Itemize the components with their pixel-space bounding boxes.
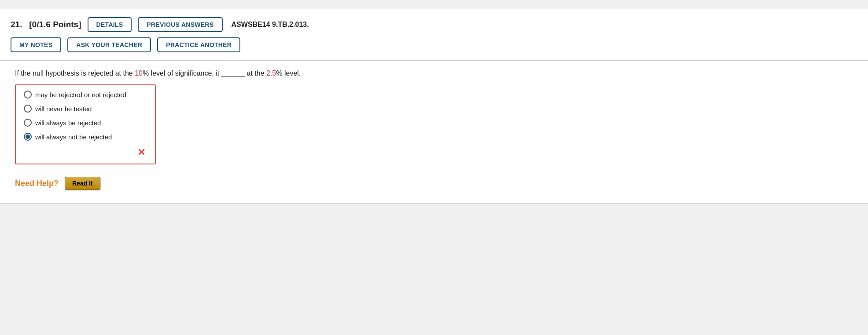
choices-box: may be rejected or not rejected will nev…	[15, 84, 156, 164]
radio-a[interactable]	[24, 91, 32, 98]
value1: 10	[135, 69, 143, 77]
question-num-label: 21.	[11, 20, 22, 29]
divider	[0, 60, 868, 61]
text-middle: % level of significance, it ______ at th…	[143, 69, 266, 77]
practice-another-button[interactable]: PRACTICE ANOTHER	[157, 37, 240, 52]
page-wrapper: 21. [0/1.6 Points] DETAILS PREVIOUS ANSW…	[0, 0, 868, 335]
choice-label-d: will always not be rejected	[35, 133, 112, 141]
question-header: 21. [0/1.6 Points] DETAILS PREVIOUS ANSW…	[11, 17, 857, 32]
choice-item-d[interactable]: will always not be rejected	[24, 133, 147, 141]
radio-b[interactable]	[24, 105, 32, 113]
wrong-mark: ✕	[24, 147, 147, 160]
choice-item-b[interactable]: will never be tested	[24, 105, 147, 113]
question-text: If the null hypothesis is rejected at th…	[11, 69, 857, 77]
text-after: % level.	[276, 69, 301, 77]
details-button[interactable]: DETAILS	[88, 17, 132, 32]
action-buttons-row: MY NOTES ASK YOUR TEACHER PRACTICE ANOTH…	[11, 37, 857, 52]
choice-item-a[interactable]: may be rejected or not rejected	[24, 91, 147, 98]
choice-label-c: will always be rejected	[35, 119, 101, 127]
need-help-label: Need Help?	[15, 179, 59, 188]
question-code: ASWSBE14 9.TB.2.013.	[232, 21, 309, 29]
radio-c[interactable]	[24, 119, 32, 127]
choice-item-c[interactable]: will always be rejected	[24, 119, 147, 127]
radio-d[interactable]	[24, 133, 32, 141]
choice-label-a: may be rejected or not rejected	[35, 91, 126, 98]
need-help-row: Need Help? Read It	[11, 177, 857, 190]
value2: 2.5	[266, 69, 276, 77]
question-block: 21. [0/1.6 Points] DETAILS PREVIOUS ANSW…	[0, 9, 868, 204]
ask-teacher-button[interactable]: ASK YOUR TEACHER	[67, 37, 151, 52]
question-number: 21. [0/1.6 Points]	[11, 20, 81, 29]
read-it-button[interactable]: Read It	[65, 177, 100, 190]
previous-answers-button[interactable]: PREVIOUS ANSWERS	[138, 17, 222, 32]
my-notes-button[interactable]: MY NOTES	[11, 37, 61, 52]
text-before-blank: If the null hypothesis is rejected at th…	[15, 69, 135, 77]
question-points: [0/1.6 Points]	[29, 20, 81, 29]
choice-label-b: will never be tested	[35, 105, 92, 113]
